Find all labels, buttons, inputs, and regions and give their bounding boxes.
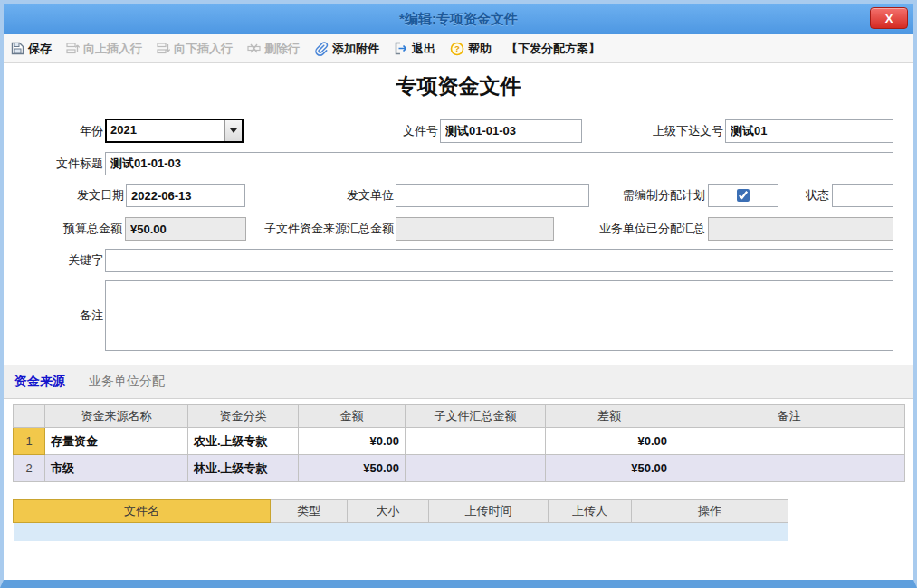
- status-input[interactable]: [832, 184, 893, 207]
- remark-label: 备注: [13, 280, 103, 304]
- col-header-size[interactable]: 大小: [348, 500, 429, 523]
- remark-cell[interactable]: [673, 455, 905, 482]
- toolbar-item-label: 保存: [28, 41, 52, 57]
- diff-cell[interactable]: ¥50.00: [546, 455, 673, 482]
- table-row[interactable]: 1 存量资金 农业.上级专款 ¥0.00 ¥0.00: [14, 428, 905, 455]
- col-header[interactable]: 金额: [299, 405, 406, 428]
- col-header[interactable]: 资金分类: [188, 405, 299, 428]
- toolbar: 保存 向上插入行 向下插入行 删除行: [4, 34, 913, 63]
- row-number-cell[interactable]: 1: [14, 428, 45, 455]
- issue-unit-input[interactable]: [396, 184, 589, 207]
- issue-date-label: 发文日期: [33, 184, 124, 207]
- row-number-cell[interactable]: 2: [14, 455, 45, 482]
- chevron-down-icon[interactable]: [224, 120, 242, 141]
- add-attachment-button[interactable]: 添加附件: [314, 41, 379, 57]
- row-number-header: [14, 405, 45, 428]
- remark-cell[interactable]: [673, 428, 905, 455]
- need-plan-label: 需编制分配计划: [583, 184, 705, 207]
- keywords-input[interactable]: [105, 249, 893, 272]
- insert-row-above-icon: [66, 42, 80, 55]
- col-header[interactable]: 备注: [673, 405, 905, 428]
- toolbar-item-label: 向下插入行: [174, 41, 233, 57]
- help-icon: ?: [450, 42, 464, 56]
- fund-category-cell[interactable]: 林业.上级专款: [188, 455, 299, 482]
- toolbar-item-label: 【下发分配方案】: [506, 41, 600, 57]
- exit-button[interactable]: 退出: [394, 41, 435, 57]
- edit-special-fund-dialog: *编辑:专项资金文件 X 保存 向上插入行: [0, 0, 917, 588]
- empty-attachment-row[interactable]: [14, 523, 788, 541]
- window-title: *编辑:专项资金文件: [399, 11, 518, 28]
- remark-textarea[interactable]: [105, 280, 893, 351]
- toolbar-item-label: 退出: [412, 41, 435, 57]
- diff-cell[interactable]: ¥0.00: [546, 428, 673, 455]
- year-select[interactable]: 2021: [105, 119, 244, 143]
- delete-row-icon: [247, 42, 261, 55]
- insert-row-above-button[interactable]: 向上插入行: [66, 41, 142, 57]
- attachment-table: 文件名 类型 大小 上传时间 上传人 操作: [13, 499, 788, 541]
- budget-total-label: 预算总金额: [13, 217, 122, 241]
- fund-category-cell[interactable]: 农业.上级专款: [188, 428, 299, 455]
- insert-row-below-button[interactable]: 向下插入行: [157, 41, 233, 57]
- tab-business-unit-allocation[interactable]: 业务单位分配: [89, 374, 165, 390]
- issue-unit-label: 发文单位: [303, 184, 394, 207]
- close-button[interactable]: X: [870, 7, 908, 29]
- svg-text:?: ?: [454, 43, 460, 53]
- amount-cell[interactable]: ¥50.00: [299, 455, 406, 482]
- subdoc-amount-cell[interactable]: [406, 455, 546, 482]
- toolbar-item-label: 添加附件: [332, 41, 379, 57]
- subdoc-total-field: [396, 217, 554, 241]
- subdoc-amount-cell[interactable]: [406, 428, 546, 455]
- form-title: 专项资金文件: [4, 72, 913, 100]
- budget-total-field: [125, 217, 246, 241]
- fund-name-cell[interactable]: 市级: [45, 455, 188, 482]
- col-header[interactable]: 差额: [546, 405, 673, 428]
- doc-title-label: 文件标题: [13, 152, 103, 175]
- fund-source-table: 资金来源名称 资金分类 金额 子文件汇总金额 差额 备注 1 存量资金 农业.上…: [13, 404, 905, 482]
- col-header-operation[interactable]: 操作: [632, 500, 788, 523]
- subdoc-total-label: 子文件资金来源汇总金额: [244, 217, 394, 241]
- status-label: 状态: [775, 184, 829, 207]
- delete-row-button[interactable]: 删除行: [247, 41, 300, 57]
- unit-allocated-total-field: [708, 217, 893, 241]
- year-label: 年份: [13, 119, 103, 143]
- col-header-upload-time[interactable]: 上传时间: [429, 500, 549, 523]
- year-value: 2021: [107, 120, 224, 141]
- tab-fund-source[interactable]: 资金来源: [14, 374, 65, 390]
- exit-icon: [394, 42, 408, 55]
- save-button[interactable]: 保存: [11, 41, 52, 57]
- detail-tabbar: 资金来源 业务单位分配: [4, 365, 913, 399]
- table-row[interactable]: 2 市级 林业.上级专款 ¥50.00 ¥50.00: [14, 455, 905, 482]
- insert-row-below-icon: [157, 42, 170, 55]
- toolbar-item-label: 向上插入行: [83, 41, 142, 57]
- issue-date-input[interactable]: [126, 184, 245, 207]
- unit-allocated-total-label: 业务单位已分配汇总: [583, 217, 705, 241]
- toolbar-item-label: 删除行: [264, 41, 300, 57]
- paperclip-icon: [314, 42, 329, 56]
- need-plan-field: [708, 184, 778, 207]
- fund-table-header-row: 资金来源名称 资金分类 金额 子文件汇总金额 差额 备注: [14, 405, 905, 428]
- superior-doc-no-input[interactable]: [725, 119, 893, 143]
- col-header-filename[interactable]: 文件名: [14, 500, 271, 523]
- dispatch-plan-button[interactable]: 【下发分配方案】: [506, 41, 600, 57]
- titlebar: *编辑:专项资金文件 X: [4, 4, 913, 34]
- doc-no-label: 文件号: [348, 119, 438, 143]
- col-header[interactable]: 资金来源名称: [45, 405, 188, 428]
- col-header-uploader[interactable]: 上传人: [549, 500, 632, 523]
- doc-title-input[interactable]: [105, 152, 893, 175]
- save-icon: [11, 42, 24, 55]
- keywords-label: 关键字: [13, 249, 103, 272]
- superior-doc-no-label: 上级下达文号: [615, 119, 723, 143]
- fund-name-cell[interactable]: 存量资金: [45, 428, 188, 455]
- toolbar-item-label: 帮助: [468, 41, 492, 57]
- need-plan-checkbox[interactable]: [737, 189, 750, 202]
- col-header-type[interactable]: 类型: [271, 500, 348, 523]
- amount-cell[interactable]: ¥0.00: [299, 428, 406, 455]
- help-button[interactable]: ? 帮助: [450, 41, 492, 57]
- col-header[interactable]: 子文件汇总金额: [406, 405, 546, 428]
- attachment-header-row: 文件名 类型 大小 上传时间 上传人 操作: [14, 500, 788, 523]
- doc-no-input[interactable]: [440, 119, 582, 143]
